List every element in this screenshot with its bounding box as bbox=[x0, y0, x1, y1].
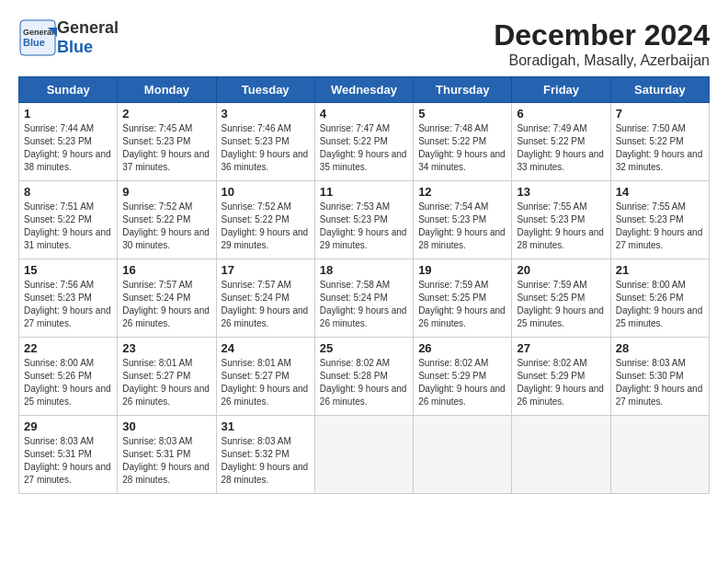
location-title: Boradigah, Masally, Azerbaijan bbox=[494, 52, 710, 69]
day-info: Sunrise: 7:51 AMSunset: 5:22 PMDaylight:… bbox=[24, 201, 112, 252]
day-info: Sunrise: 7:54 AMSunset: 5:23 PMDaylight:… bbox=[418, 201, 506, 252]
day-number: 3 bbox=[222, 107, 310, 121]
day-number: 2 bbox=[122, 107, 210, 121]
calendar-week-4: 22Sunrise: 8:00 AMSunset: 5:26 PMDayligh… bbox=[19, 338, 710, 416]
day-number: 21 bbox=[616, 263, 704, 277]
logo-general: General bbox=[57, 18, 119, 37]
svg-text:Blue: Blue bbox=[23, 37, 45, 48]
calendar-week-5: 29Sunrise: 8:03 AMSunset: 5:31 PMDayligh… bbox=[19, 416, 710, 494]
day-info: Sunrise: 8:03 AMSunset: 5:31 PMDaylight:… bbox=[24, 435, 112, 487]
day-number: 15 bbox=[24, 263, 112, 277]
calendar-cell: 12Sunrise: 7:54 AMSunset: 5:23 PMDayligh… bbox=[414, 181, 512, 259]
day-info: Sunrise: 8:02 AMSunset: 5:29 PMDaylight:… bbox=[418, 357, 506, 408]
day-info: Sunrise: 8:02 AMSunset: 5:28 PMDaylight:… bbox=[320, 357, 408, 408]
calendar-cell bbox=[314, 416, 413, 494]
logo-text: General Blue bbox=[57, 18, 119, 57]
day-info: Sunrise: 8:00 AMSunset: 5:26 PMDaylight:… bbox=[616, 279, 704, 330]
day-number: 12 bbox=[418, 185, 506, 199]
day-number: 7 bbox=[616, 107, 704, 121]
day-number: 22 bbox=[24, 341, 112, 355]
day-info: Sunrise: 7:46 AMSunset: 5:23 PMDaylight:… bbox=[222, 122, 310, 174]
day-info: Sunrise: 8:03 AMSunset: 5:31 PMDaylight:… bbox=[122, 435, 210, 487]
day-info: Sunrise: 7:45 AMSunset: 5:23 PMDaylight:… bbox=[122, 122, 210, 174]
day-info: Sunrise: 7:57 AMSunset: 5:24 PMDaylight:… bbox=[122, 279, 210, 330]
day-number: 29 bbox=[24, 419, 112, 433]
day-info: Sunrise: 7:55 AMSunset: 5:23 PMDaylight:… bbox=[517, 201, 605, 252]
day-info: Sunrise: 8:00 AMSunset: 5:26 PMDaylight:… bbox=[24, 357, 112, 408]
page-header: General Blue General Blue December 2024 … bbox=[18, 18, 710, 69]
day-number: 17 bbox=[222, 263, 310, 277]
calendar-cell: 13Sunrise: 7:55 AMSunset: 5:23 PMDayligh… bbox=[512, 181, 610, 259]
calendar-cell: 18Sunrise: 7:58 AMSunset: 5:24 PMDayligh… bbox=[314, 259, 413, 338]
day-number: 27 bbox=[517, 341, 605, 355]
day-number: 14 bbox=[616, 185, 704, 199]
weekday-sunday: Sunday bbox=[19, 77, 118, 103]
weekday-monday: Monday bbox=[118, 77, 216, 103]
day-number: 18 bbox=[320, 263, 408, 277]
calendar-cell: 26Sunrise: 8:02 AMSunset: 5:29 PMDayligh… bbox=[414, 338, 512, 416]
weekday-wednesday: Wednesday bbox=[314, 77, 413, 103]
logo-blue: Blue bbox=[57, 38, 93, 56]
calendar-cell bbox=[610, 416, 709, 494]
day-info: Sunrise: 7:57 AMSunset: 5:24 PMDaylight:… bbox=[222, 279, 310, 330]
calendar-cell: 31Sunrise: 8:03 AMSunset: 5:32 PMDayligh… bbox=[216, 416, 314, 494]
calendar-cell: 16Sunrise: 7:57 AMSunset: 5:24 PMDayligh… bbox=[118, 259, 216, 338]
day-number: 25 bbox=[320, 341, 408, 355]
title-block: December 2024 Boradigah, Masally, Azerba… bbox=[494, 18, 710, 69]
day-number: 31 bbox=[222, 419, 310, 433]
calendar-cell: 28Sunrise: 8:03 AMSunset: 5:30 PMDayligh… bbox=[610, 338, 709, 416]
calendar-cell: 27Sunrise: 8:02 AMSunset: 5:29 PMDayligh… bbox=[512, 338, 610, 416]
calendar-cell: 5Sunrise: 7:48 AMSunset: 5:22 PMDaylight… bbox=[414, 103, 512, 181]
weekday-tuesday: Tuesday bbox=[216, 77, 314, 103]
calendar-week-2: 8Sunrise: 7:51 AMSunset: 5:22 PMDaylight… bbox=[19, 181, 710, 259]
day-number: 6 bbox=[517, 107, 605, 121]
calendar-cell: 6Sunrise: 7:49 AMSunset: 5:22 PMDaylight… bbox=[512, 103, 610, 181]
day-info: Sunrise: 8:01 AMSunset: 5:27 PMDaylight:… bbox=[222, 357, 310, 408]
calendar-cell: 22Sunrise: 8:00 AMSunset: 5:26 PMDayligh… bbox=[19, 338, 118, 416]
calendar-cell: 7Sunrise: 7:50 AMSunset: 5:22 PMDaylight… bbox=[610, 103, 709, 181]
day-number: 1 bbox=[24, 107, 112, 121]
day-number: 28 bbox=[616, 341, 704, 355]
day-number: 26 bbox=[418, 341, 506, 355]
weekday-friday: Friday bbox=[512, 77, 610, 103]
calendar-cell: 21Sunrise: 8:00 AMSunset: 5:26 PMDayligh… bbox=[610, 259, 709, 338]
day-info: Sunrise: 7:48 AMSunset: 5:22 PMDaylight:… bbox=[418, 122, 506, 174]
day-info: Sunrise: 7:44 AMSunset: 5:23 PMDaylight:… bbox=[24, 122, 112, 174]
calendar-cell: 19Sunrise: 7:59 AMSunset: 5:25 PMDayligh… bbox=[414, 259, 512, 338]
calendar-cell: 1Sunrise: 7:44 AMSunset: 5:23 PMDaylight… bbox=[19, 103, 118, 181]
day-number: 23 bbox=[122, 341, 210, 355]
calendar-cell: 11Sunrise: 7:53 AMSunset: 5:23 PMDayligh… bbox=[314, 181, 413, 259]
day-info: Sunrise: 7:56 AMSunset: 5:23 PMDaylight:… bbox=[24, 279, 112, 330]
day-info: Sunrise: 7:55 AMSunset: 5:23 PMDaylight:… bbox=[616, 201, 704, 252]
day-info: Sunrise: 8:01 AMSunset: 5:27 PMDaylight:… bbox=[122, 357, 210, 408]
day-info: Sunrise: 7:58 AMSunset: 5:24 PMDaylight:… bbox=[320, 279, 408, 330]
day-number: 19 bbox=[418, 263, 506, 277]
day-number: 11 bbox=[320, 185, 408, 199]
calendar-cell: 30Sunrise: 8:03 AMSunset: 5:31 PMDayligh… bbox=[118, 416, 216, 494]
day-number: 30 bbox=[122, 419, 210, 433]
day-number: 16 bbox=[122, 263, 210, 277]
day-info: Sunrise: 7:47 AMSunset: 5:22 PMDaylight:… bbox=[320, 122, 408, 174]
day-info: Sunrise: 7:59 AMSunset: 5:25 PMDaylight:… bbox=[418, 279, 506, 330]
day-number: 24 bbox=[222, 341, 310, 355]
day-info: Sunrise: 8:03 AMSunset: 5:32 PMDaylight:… bbox=[222, 435, 310, 487]
day-number: 9 bbox=[122, 185, 210, 199]
calendar-cell: 20Sunrise: 7:59 AMSunset: 5:25 PMDayligh… bbox=[512, 259, 610, 338]
calendar-cell: 10Sunrise: 7:52 AMSunset: 5:22 PMDayligh… bbox=[216, 181, 314, 259]
day-info: Sunrise: 7:53 AMSunset: 5:23 PMDaylight:… bbox=[320, 201, 408, 252]
calendar-week-1: 1Sunrise: 7:44 AMSunset: 5:23 PMDaylight… bbox=[19, 103, 710, 181]
weekday-saturday: Saturday bbox=[610, 77, 709, 103]
day-info: Sunrise: 7:52 AMSunset: 5:22 PMDaylight:… bbox=[222, 201, 310, 252]
day-info: Sunrise: 8:02 AMSunset: 5:29 PMDaylight:… bbox=[517, 357, 605, 408]
day-info: Sunrise: 7:49 AMSunset: 5:22 PMDaylight:… bbox=[517, 122, 605, 174]
logo: General Blue General Blue bbox=[18, 18, 119, 57]
day-number: 4 bbox=[320, 107, 408, 121]
day-info: Sunrise: 8:03 AMSunset: 5:30 PMDaylight:… bbox=[616, 357, 704, 408]
calendar-cell: 23Sunrise: 8:01 AMSunset: 5:27 PMDayligh… bbox=[118, 338, 216, 416]
calendar-cell: 14Sunrise: 7:55 AMSunset: 5:23 PMDayligh… bbox=[610, 181, 709, 259]
calendar-table: SundayMondayTuesdayWednesdayThursdayFrid… bbox=[18, 76, 710, 494]
day-info: Sunrise: 7:52 AMSunset: 5:22 PMDaylight:… bbox=[122, 201, 210, 252]
calendar-cell: 24Sunrise: 8:01 AMSunset: 5:27 PMDayligh… bbox=[216, 338, 314, 416]
day-info: Sunrise: 7:59 AMSunset: 5:25 PMDaylight:… bbox=[517, 279, 605, 330]
calendar-cell: 15Sunrise: 7:56 AMSunset: 5:23 PMDayligh… bbox=[19, 259, 118, 338]
